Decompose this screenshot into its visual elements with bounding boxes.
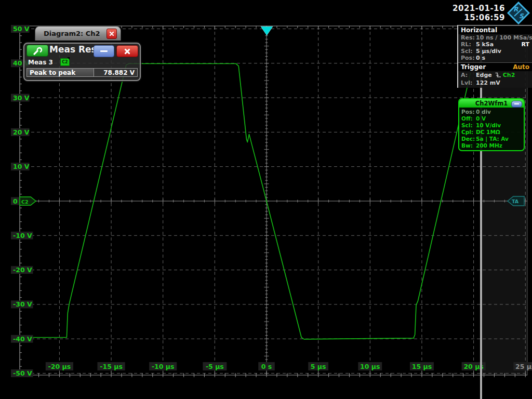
meas-close-button[interactable] [116,45,138,57]
close-icon [124,48,130,55]
trigger-position-marker[interactable] [261,26,273,35]
pos-label: Pos: [461,55,476,61]
x-axis-label: 15 µs [412,363,432,370]
wfm-dec-label: Dec: [461,136,476,142]
y-axis-label: -10 V [13,232,32,240]
y-axis-label: 30 V [13,94,30,102]
wfm-title: Ch2Wfm1 [475,100,508,107]
wfm-dec-value: Sa | TA: Av [476,136,509,142]
meas-dialog-title: Meas Res [49,44,95,55]
wfm-off-label: Off: [461,115,476,122]
wfm-pos-label: Pos: [461,109,476,115]
meas-source-badge: C2 [60,58,70,66]
oscilloscope-screen: 50 V40 V30 V20 V10 V0 V-10 V-20 V-30 V-4… [0,0,532,399]
channel-offset-marker-label: C2 [21,199,29,205]
wfm-cpl-value: DC 1MΩ [476,129,500,136]
wrench-icon [32,46,43,56]
trigger-type: Edge [476,72,492,78]
trigger-mode: Auto [513,63,529,71]
y-axis-label: -20 V [13,266,32,274]
wfm-scl-label: Scl: [461,122,476,129]
meas-results-dialog[interactable]: Meas Res Meas 3 C2 Peak to peak 78.882 V [23,43,141,81]
y-axis-label: 20 V [13,128,30,136]
trigger-a-label: A: [461,72,476,78]
wfm-cpl-label: Cpl: [461,129,476,136]
scl-value: 5 µs/div [476,48,501,55]
x-axis-label: -20 µs [48,363,71,370]
y-axis-label: 50 V [13,25,30,33]
x-axis-label: 10 µs [360,363,380,370]
meas-name: Meas 3 [28,59,53,66]
wfm-scl-value: 10 V/div [476,122,501,129]
y-axis-label: -50 V [13,369,32,377]
meas-dialog-titlebar[interactable]: Meas Res [24,44,140,57]
res-label: Res: [461,34,476,41]
x-axis-label: 25 µs [515,363,532,370]
rl-value: 5 kSa [476,41,494,48]
wfm-pos-value: 0 div [476,109,491,115]
rt-badge: RT [522,41,529,48]
trigger-header[interactable]: Trigger Auto [458,62,532,71]
x-axis-label: -15 µs [100,363,123,370]
y-axis-label: 10 V [13,163,30,170]
horizontal-trigger-panel[interactable]: Horizontal Res: 10 ns / 100 MSa/s RL: 5 … [457,25,532,88]
pos-value: 0 s [476,55,485,61]
rl-label: RL: [461,41,476,48]
trigger-title: Trigger [461,63,486,71]
scl-label: Scl: [461,48,476,55]
close-icon [109,31,114,36]
y-axis-label: -30 V [13,300,32,308]
x-axis-label: -10 µs [152,363,175,370]
waveform-trace-Ch2Wfm1 [20,64,471,339]
wfm-off-value: 0 V [476,115,486,122]
wfm-bw-value: 200 MHz [476,142,502,149]
trigger-lvl-label: Lvl: [461,79,476,86]
y-axis-label: -40 V [13,335,32,343]
falling-edge-icon [495,72,501,78]
meas-result-label: Peak to peak [26,68,94,77]
x-axis-label: 5 µs [311,363,326,370]
meas-settings-button[interactable] [26,45,48,57]
horizontal-title: Horizontal [461,26,497,34]
x-axis-label: 0 s [261,363,272,370]
wfm-minimize-button[interactable] [511,101,522,108]
tab-label: Diagram2: Ch2 [44,30,100,37]
res-value: 10 ns / 100 MSa/s [476,34,532,41]
meas-result-value: 78.882 V [94,68,138,77]
meas-result-row: Peak to peak 78.882 V [26,68,138,77]
trigger-level-marker-label: TA [512,198,519,204]
trigger-source: Ch2 [503,72,515,78]
x-axis-label: -5 µs [206,363,224,370]
trigger-lvl-value: 122 mV [476,79,500,86]
meas-minimize-button[interactable] [94,45,114,57]
tab-diagram2-ch2[interactable]: Diagram2: Ch2 [35,26,121,41]
horizontal-header[interactable]: Horizontal [458,25,532,34]
wfm-bw-label: Bw: [461,142,476,149]
tab-close-button[interactable] [107,29,117,39]
ch2wfm1-signal-box[interactable]: Ch2Wfm1 Pos: 0 div Off: 0 V Scl: 10 V/di… [458,98,525,151]
